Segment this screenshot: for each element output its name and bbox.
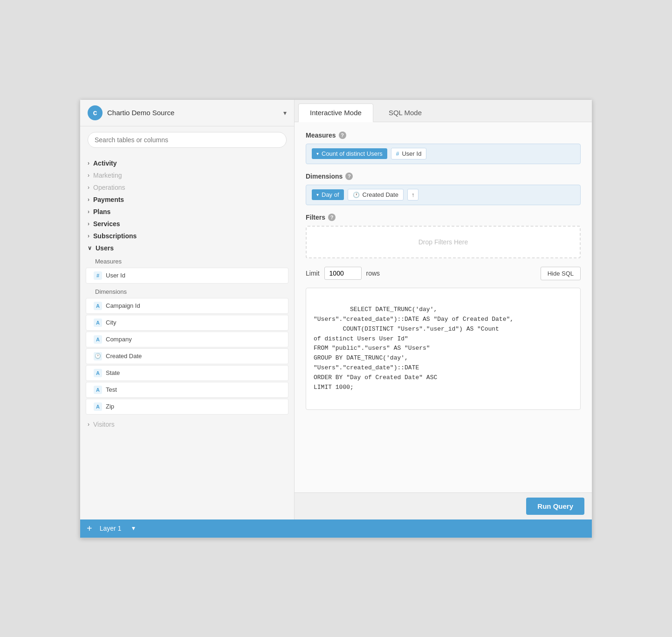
dimensions-pill[interactable]: ▾ Day of [312, 189, 344, 200]
table-item-operations[interactable]: › Operations [80, 181, 294, 194]
datasource-name: Chartio Demo Source [107, 109, 283, 117]
table-item-users[interactable]: ∨ Users [80, 242, 294, 254]
table-item-payments[interactable]: › Payments [80, 194, 294, 206]
search-input[interactable] [88, 132, 287, 148]
query-builder: Measures ? ▾ Count of distinct Users # U… [295, 122, 592, 492]
add-layer-button[interactable]: + [87, 523, 92, 534]
dimensions-help-icon[interactable]: ? [345, 173, 353, 180]
arrow-icon-services: › [88, 221, 89, 227]
sidebar: c Chartio Demo Source ▾ › Activity › [80, 100, 295, 519]
filters-drop-zone[interactable]: Drop Filters Here [306, 226, 581, 258]
sort-asc-button[interactable]: ↑ [407, 189, 419, 201]
datasource-icon: c [88, 105, 103, 120]
column-user-id[interactable]: # User Id [86, 268, 288, 284]
layer-name: Layer 1 [100, 525, 122, 532]
tab-interactive[interactable]: Interactive Mode [298, 104, 373, 122]
table-item-activity[interactable]: › Activity [80, 157, 294, 169]
dimensions-pill-arrow: ▾ [316, 192, 319, 197]
dimensions-container[interactable]: ▾ Day of 🕐 Created Date ↑ [306, 185, 581, 205]
filters-help-icon[interactable]: ? [328, 214, 336, 221]
search-area [80, 126, 294, 153]
column-campaign-id[interactable]: A Campaign Id [86, 298, 288, 314]
column-company[interactable]: A Company [86, 332, 288, 347]
column-zip[interactable]: A Zip [86, 399, 288, 415]
layer-dropdown-icon[interactable]: ▼ [130, 525, 136, 532]
measures-help-icon[interactable]: ? [339, 132, 346, 139]
limit-label: Limit [306, 270, 320, 277]
arrow-icon-plans: › [88, 208, 89, 215]
bottom-bar: Run Query [295, 492, 592, 519]
arrow-icon-operations: › [88, 184, 89, 191]
limit-row: Limit rows Hide SQL [306, 267, 581, 280]
users-dimensions-header: Dimensions [80, 284, 294, 297]
dimensions-field[interactable]: 🕐 Created Date [348, 189, 404, 201]
arrow-icon-subscriptions: › [88, 233, 89, 239]
arrow-icon-payments: › [88, 196, 89, 203]
limit-input[interactable] [324, 267, 362, 280]
rows-label: rows [366, 270, 380, 277]
table-item-services[interactable]: › Services [80, 218, 294, 230]
filters-section-label: Filters ? [306, 214, 581, 221]
hash-icon: # [94, 271, 102, 280]
arrow-icon-marketing: › [88, 172, 89, 179]
column-city[interactable]: A City [86, 315, 288, 331]
text-icon-state: A [94, 369, 102, 377]
clock-icon-created: 🕐 [94, 352, 102, 360]
main-area: c Chartio Demo Source ▾ › Activity › [80, 100, 592, 519]
column-test[interactable]: A Test [86, 382, 288, 398]
measures-field[interactable]: # User Id [391, 148, 427, 159]
text-icon-test: A [94, 386, 102, 394]
dimensions-section-label: Dimensions ? [306, 173, 581, 180]
table-item-subscriptions[interactable]: › Subscriptions [80, 230, 294, 242]
table-item-plans[interactable]: › Plans [80, 206, 294, 218]
measures-pill-arrow: ▾ [316, 151, 319, 156]
sql-code-box: SELECT DATE_TRUNC('day', "Users"."create… [306, 288, 581, 410]
dimensions-field-clock-icon: 🕐 [353, 192, 360, 198]
column-state[interactable]: A State [86, 365, 288, 381]
column-created-date[interactable]: 🕐 Created Date [86, 348, 288, 364]
text-icon-city: A [94, 318, 102, 327]
tab-sql[interactable]: SQL Mode [377, 104, 433, 122]
text-icon-zip: A [94, 402, 102, 411]
arrow-icon-users: ∨ [88, 245, 92, 251]
app-window: c Chartio Demo Source ▾ › Activity › [80, 99, 592, 538]
text-icon-company: A [94, 335, 102, 344]
measures-container[interactable]: ▾ Count of distinct Users # User Id [306, 144, 581, 164]
users-measures-header: Measures [80, 254, 294, 267]
measures-field-hash-icon: # [396, 151, 399, 157]
layer-bar: + Layer 1 ▼ [80, 519, 592, 538]
measures-section-label: Measures ? [306, 132, 581, 139]
datasource-dropdown-icon[interactable]: ▾ [283, 109, 287, 117]
arrow-icon-activity: › [88, 160, 89, 166]
hide-sql-button[interactable]: Hide SQL [541, 267, 581, 280]
run-query-button[interactable]: Run Query [526, 498, 584, 515]
datasource-header: c Chartio Demo Source ▾ [80, 100, 294, 126]
arrow-icon-visitors: › [88, 421, 89, 428]
tabs-bar: Interactive Mode SQL Mode [295, 100, 592, 122]
table-item-marketing[interactable]: › Marketing [80, 169, 294, 181]
measures-pill[interactable]: ▾ Count of distinct Users [312, 148, 387, 159]
table-list: › Activity › Marketing › Operations › Pa… [80, 153, 294, 519]
right-panel: Interactive Mode SQL Mode Measures ? ▾ C… [295, 100, 592, 519]
text-icon-campaign: A [94, 302, 102, 310]
table-item-visitors[interactable]: › Visitors [80, 418, 294, 430]
